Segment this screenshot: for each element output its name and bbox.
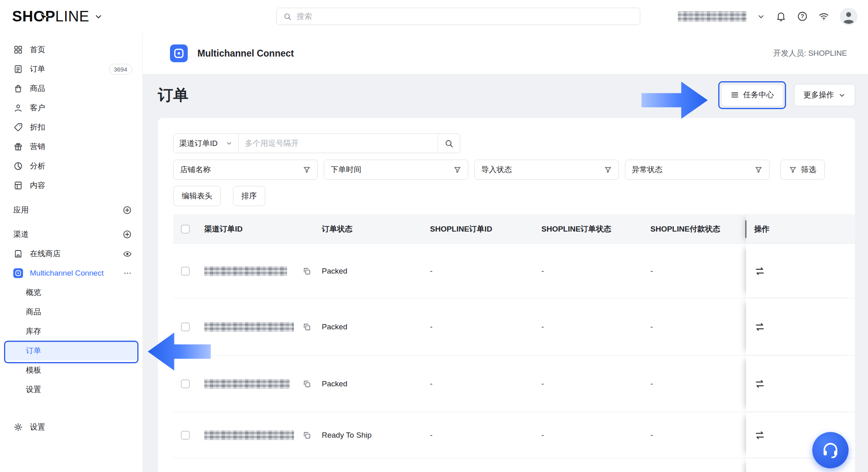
sidebar-subitem-orders[interactable]: 订单 — [6, 341, 137, 360]
filter-store-name[interactable]: 店铺名称 — [173, 160, 318, 180]
funnel-icon — [755, 166, 763, 174]
network-wifi-icon[interactable] — [818, 11, 829, 22]
account-chevron-down-icon[interactable] — [757, 13, 765, 21]
order-status: Ready To Ship — [322, 431, 371, 439]
table-row: Packed - - - — [173, 356, 855, 412]
table-row — [173, 458, 855, 472]
order-status: Packed — [322, 267, 347, 275]
page-title: 订单 — [158, 85, 189, 105]
sidebar-item-label: 设置 — [30, 422, 45, 432]
annotation-box-task-center: 任务中心 — [718, 81, 786, 109]
sidebar-item-marketing[interactable]: 营销 — [0, 137, 143, 156]
sidebar-item-discounts[interactable]: 折扣 — [0, 118, 143, 137]
subitem-label: 库存 — [26, 326, 41, 337]
shopline-order-id: - — [430, 431, 432, 439]
search-submit-button[interactable] — [438, 134, 460, 153]
filter-order-time[interactable]: 下单时间 — [324, 160, 468, 180]
sidebar-item-online-store[interactable]: 在线商店 — [0, 244, 143, 263]
search-input[interactable] — [297, 12, 633, 21]
row-checkbox[interactable] — [181, 379, 190, 388]
add-channel-plus-icon[interactable] — [122, 230, 132, 239]
row-checkbox[interactable] — [181, 322, 190, 331]
orders-table: 渠道订单ID 订单状态 SHOPLINE订单ID SHOPLINE订单状态 SH… — [173, 214, 855, 472]
order-id-type-select[interactable]: 渠道订单ID — [174, 134, 239, 153]
content-layout-icon — [13, 181, 23, 190]
sidebar-item-products[interactable]: 商品 — [0, 79, 143, 98]
row-checkbox[interactable] — [181, 431, 190, 440]
sidebar-subitem-overview[interactable]: 概览 — [0, 283, 143, 302]
ellipsis-icon[interactable] — [123, 269, 132, 278]
sidebar-item-label: 分析 — [30, 161, 45, 171]
subitem-label: 概览 — [26, 287, 41, 298]
copy-icon[interactable] — [302, 322, 311, 331]
sidebar-item-label: 客户 — [30, 103, 45, 113]
help-icon[interactable]: ? — [797, 11, 808, 22]
sync-icon[interactable] — [754, 378, 765, 390]
copy-icon[interactable] — [302, 379, 311, 388]
section-label: 应用 — [13, 205, 29, 215]
account-name-redacted[interactable] — [678, 11, 746, 22]
sidebar-item-analytics[interactable]: 分析 — [0, 156, 143, 176]
shopline-order-status: - — [541, 322, 544, 331]
search-icon — [283, 12, 292, 21]
shopline-order-id: - — [430, 379, 432, 388]
section-label: 渠道 — [13, 229, 29, 240]
list-icon — [730, 91, 739, 99]
task-center-button[interactable]: 任务中心 — [721, 84, 783, 106]
sidebar-subitem-templates[interactable]: 模板 — [0, 360, 143, 380]
sidebar-item-home[interactable]: 首页 — [0, 40, 143, 59]
task-center-label: 任务中心 — [743, 90, 774, 100]
sidebar-subitem-settings[interactable]: 设置 — [0, 380, 143, 399]
sidebar-item-orders[interactable]: 订单 3694 — [0, 59, 143, 79]
subitem-label: 模板 — [26, 365, 41, 375]
notifications-bell-icon[interactable] — [776, 11, 786, 22]
filter-label: 下单时间 — [331, 164, 361, 175]
sync-icon[interactable] — [754, 430, 765, 441]
more-actions-button[interactable]: 更多操作 — [794, 84, 855, 106]
edit-columns-label: 编辑表头 — [182, 191, 212, 201]
sidebar-item-settings[interactable]: 设置 — [0, 417, 143, 437]
add-app-plus-icon[interactable] — [122, 205, 132, 215]
sidebar-item-multichannel-connect[interactable]: Multichannel Connect — [0, 263, 143, 283]
order-id-search-input[interactable] — [245, 139, 431, 148]
app-header: Multichannel Connect 开发人员: SHOPLINE — [143, 33, 868, 74]
filter-label: 异常状态 — [632, 164, 663, 175]
select-all-checkbox[interactable] — [181, 225, 190, 234]
sidebar-item-content[interactable]: 内容 — [0, 176, 143, 195]
order-id-type-label: 渠道订单ID — [179, 138, 218, 149]
table-row: Ready To Ship - - - — [173, 412, 855, 458]
avatar[interactable] — [840, 8, 858, 25]
shopline-logo[interactable]: SHOPLINE — [12, 8, 103, 25]
shopline-order-status: - — [541, 267, 544, 275]
eye-icon[interactable] — [123, 249, 132, 259]
topbar: SHOPLINE ? — [0, 0, 868, 33]
shopline-order-status: - — [541, 379, 544, 388]
order-id-redacted — [204, 430, 294, 440]
edit-columns-button[interactable]: 编辑表头 — [173, 186, 221, 206]
sync-icon[interactable] — [754, 266, 765, 277]
filter-exception-status[interactable]: 异常状态 — [625, 160, 769, 180]
shopline-order-id: - — [430, 322, 432, 331]
search-icon — [444, 139, 454, 148]
sidebar-subitem-inventory[interactable]: 库存 — [0, 322, 143, 341]
filter-button[interactable]: 筛选 — [780, 160, 825, 180]
gift-icon — [13, 142, 23, 152]
orders-count-badge: 3694 — [109, 64, 132, 75]
sync-icon[interactable] — [754, 321, 765, 333]
column-header: SHOPLINE订单状态 — [541, 225, 611, 233]
copy-icon[interactable] — [302, 267, 311, 276]
order-status: Packed — [322, 379, 347, 388]
filter-import-status[interactable]: 导入状态 — [474, 160, 619, 180]
sidebar-section-channels: 渠道 — [0, 225, 143, 244]
sidebar-item-label: 订单 — [30, 64, 45, 74]
copy-icon[interactable] — [302, 431, 311, 440]
home-grid-icon — [13, 45, 23, 55]
support-chat-button[interactable] — [812, 432, 849, 468]
filter-label: 店铺名称 — [180, 164, 211, 175]
sidebar-subitem-products[interactable]: 商品 — [0, 302, 143, 322]
sort-button[interactable]: 排序 — [233, 186, 265, 206]
row-checkbox[interactable] — [181, 267, 190, 276]
sidebar-item-customers[interactable]: 客户 — [0, 98, 143, 118]
order-id-redacted — [204, 322, 294, 332]
shopping-bag-icon — [13, 84, 23, 93]
